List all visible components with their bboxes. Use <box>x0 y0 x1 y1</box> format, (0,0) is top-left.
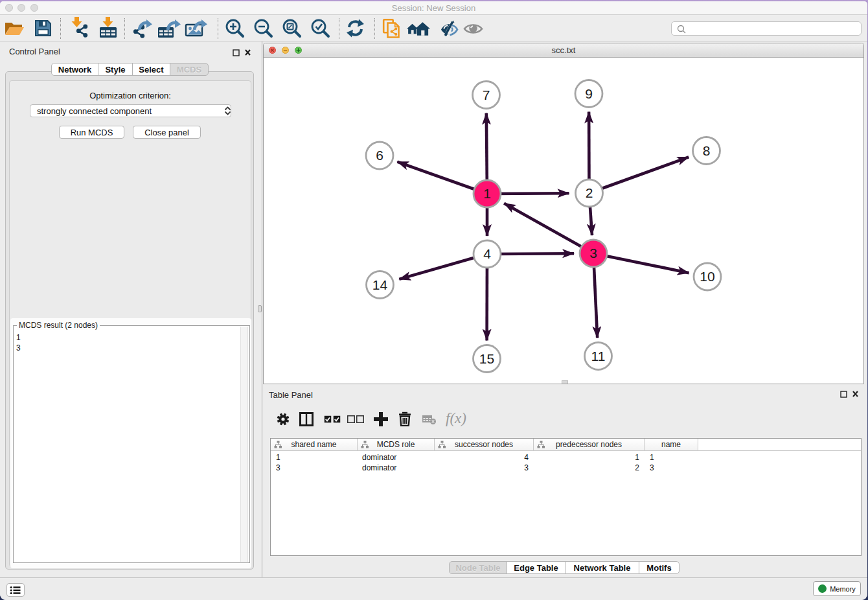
svg-text:8: 8 <box>703 143 711 158</box>
svg-text:3: 3 <box>589 246 597 260</box>
svg-text:15: 15 <box>479 351 494 366</box>
svg-text:4: 4 <box>483 246 491 261</box>
svg-text:2: 2 <box>586 185 593 200</box>
svg-text:11: 11 <box>591 349 606 363</box>
svg-text:14: 14 <box>372 277 388 292</box>
svg-text:7: 7 <box>483 87 490 102</box>
svg-text:1: 1 <box>483 186 491 201</box>
svg-text:10: 10 <box>700 269 714 284</box>
svg-text:6: 6 <box>376 148 383 163</box>
svg-text:9: 9 <box>585 86 593 101</box>
